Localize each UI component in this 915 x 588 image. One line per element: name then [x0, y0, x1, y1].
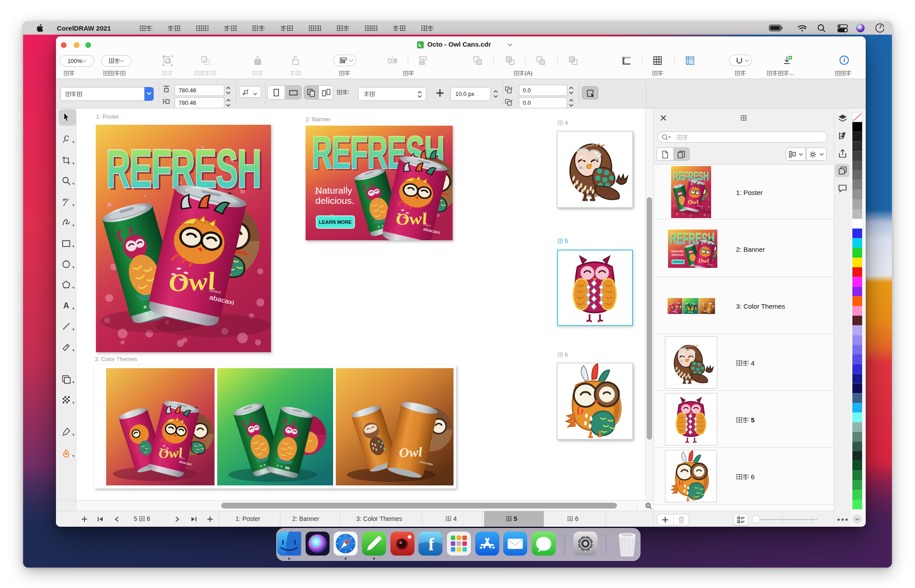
svg-text:i: i [843, 56, 845, 64]
svg-text:x: x [510, 86, 513, 90]
svg-text:f: f [428, 534, 434, 554]
svg-text:y: y [510, 98, 513, 102]
